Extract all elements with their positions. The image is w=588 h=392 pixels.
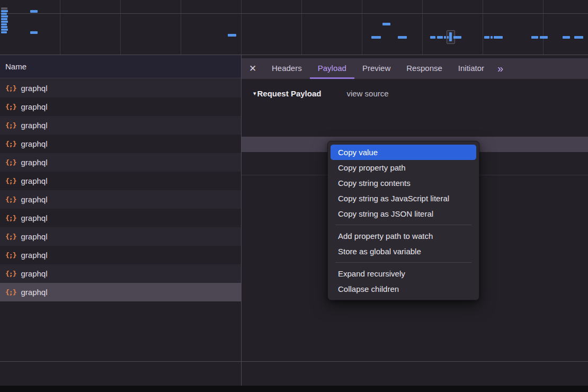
view-source-link[interactable]: view source [346,89,388,98]
overview-gridline [543,0,544,55]
tab-response[interactable]: Response [398,58,450,79]
json-braces-icon: {;} [5,84,16,92]
menu-item-copy-value[interactable]: Copy value [331,145,476,160]
request-name-label: graphql [21,195,47,204]
request-name-label: graphql [21,139,47,148]
request-row[interactable]: {;}graphql [0,227,241,246]
tab-label: Payload [318,64,346,73]
request-row[interactable]: {;}graphql [0,283,241,301]
overview-gridline [483,0,483,55]
overview-gridline [362,0,362,55]
tab-initiator[interactable]: Initiator [450,58,492,79]
request-name-label: graphql [21,84,47,93]
tab-label: Preview [362,64,390,73]
json-braces-icon: {;} [5,288,16,296]
request-row[interactable]: {;}graphql [0,246,241,264]
overview-gridline [422,0,423,55]
close-icon: ✕ [249,63,256,74]
overview-gridline [60,0,60,55]
tab-label: Response [406,64,442,73]
overview-request-bar [484,36,489,39]
request-row[interactable]: {;}graphql [0,209,241,227]
overview-request-bar [453,36,461,39]
overview-request-bar [398,36,407,39]
menu-item-copy-string-as-javascript-literal[interactable]: Copy string as JavaScript literal [331,191,476,206]
disclosure-triangle-icon: ▾ [253,90,256,97]
overview-request-bar [444,36,446,39]
menu-item-add-property-path-to-watch[interactable]: Add property path to watch [331,228,476,244]
request-name-label: graphql [21,232,47,241]
context-menu: Copy valueCopy property pathCopy string … [327,141,479,300]
tree-row-root-preview[interactable]: ▼ {operationName: "ipFlowTimeseries", va… [242,105,588,121]
tree-row-operation-name[interactable]: operationName : "ipFlowTimeseries" [242,121,588,137]
request-row[interactable]: {;}graphql [0,97,241,116]
tab-payload[interactable]: Payload [310,58,354,79]
overview-gridline [120,0,121,55]
more-tabs-button[interactable]: » [492,58,509,79]
overview-gridline [301,0,302,55]
json-braces-icon: {;} [5,195,16,203]
overview-request-bar [1,18,7,20]
overview-request-bar [430,36,435,39]
json-braces-icon: {;} [5,158,16,166]
menu-item-copy-property-path[interactable]: Copy property path [331,160,476,175]
json-braces-icon: {;} [5,214,16,222]
menu-item-expand-recursively[interactable]: Expand recursively [331,266,476,281]
overview-request-bar [1,10,8,12]
json-braces-icon: {;} [5,140,16,148]
json-braces-icon: {;} [5,103,16,111]
overview-request-bar [30,10,38,13]
json-braces-icon: {;} [5,121,16,129]
overview-request-bar [1,7,7,10]
request-row[interactable]: {;}graphql [0,153,241,172]
request-name-label: graphql [21,176,47,185]
request-list: {;}graphql{;}graphql{;}graphql{;}graphql… [0,79,241,301]
overview-request-bar [1,23,7,25]
request-name-label: graphql [21,102,47,111]
chevron-double-right-icon: » [497,63,503,75]
overview-request-bar [1,31,7,33]
bottom-divider [0,361,588,362]
json-braces-icon: {;} [5,270,16,278]
request-name-label: graphql [21,269,47,278]
network-overview-timeline[interactable] [0,0,588,55]
tab-label: Headers [272,64,302,73]
overview-request-bar [540,36,548,39]
request-name-label: graphql [21,158,47,167]
menu-item-store-as-global-variable[interactable]: Store as global variable [331,244,476,259]
screen-bottom-strip [0,386,588,392]
json-braces-icon: {;} [5,177,16,185]
overview-request-bar [382,23,390,25]
name-column-header[interactable]: Name [0,55,241,78]
overview-request-bar [531,36,538,39]
overview-gridline [181,0,181,55]
menu-item-collapse-children[interactable]: Collapse children [331,281,476,297]
menu-item-copy-string-contents[interactable]: Copy string contents [331,175,476,191]
tab-headers[interactable]: Headers [264,58,310,79]
overview-request-bar [574,36,583,39]
json-braces-icon: {;} [5,233,16,240]
menu-item-copy-string-as-json-literal[interactable]: Copy string as JSON literal [331,206,476,221]
json-braces-icon: {;} [5,251,16,259]
request-row[interactable]: {;}graphql [0,79,241,97]
request-row[interactable]: {;}graphql [0,264,241,283]
request-row[interactable]: {;}graphql [0,116,241,135]
tab-label: Initiator [458,64,484,73]
overview-gridline [0,13,588,14]
tabs-container: HeadersPayloadPreviewResponseInitiator [264,58,492,79]
close-detail-button[interactable]: ✕ [242,58,264,79]
overview-request-bar [447,36,449,39]
overview-request-bar [491,36,493,39]
menu-separator [335,262,471,263]
overview-request-bar [1,15,8,17]
request-name-label: graphql [21,251,47,260]
request-row[interactable]: {;}graphql [0,172,241,190]
request-payload-section-header[interactable]: ▾ Request Payload view source [242,87,389,99]
detail-tabbar: ✕ HeadersPayloadPreviewResponseInitiator… [242,58,588,79]
tab-preview[interactable]: Preview [354,58,398,79]
section-title: Request Payload [257,89,322,98]
request-row[interactable]: {;}graphql [0,190,241,209]
overview-request-bar [1,29,8,31]
overview-request-bar [1,13,7,15]
request-row[interactable]: {;}graphql [0,135,241,153]
